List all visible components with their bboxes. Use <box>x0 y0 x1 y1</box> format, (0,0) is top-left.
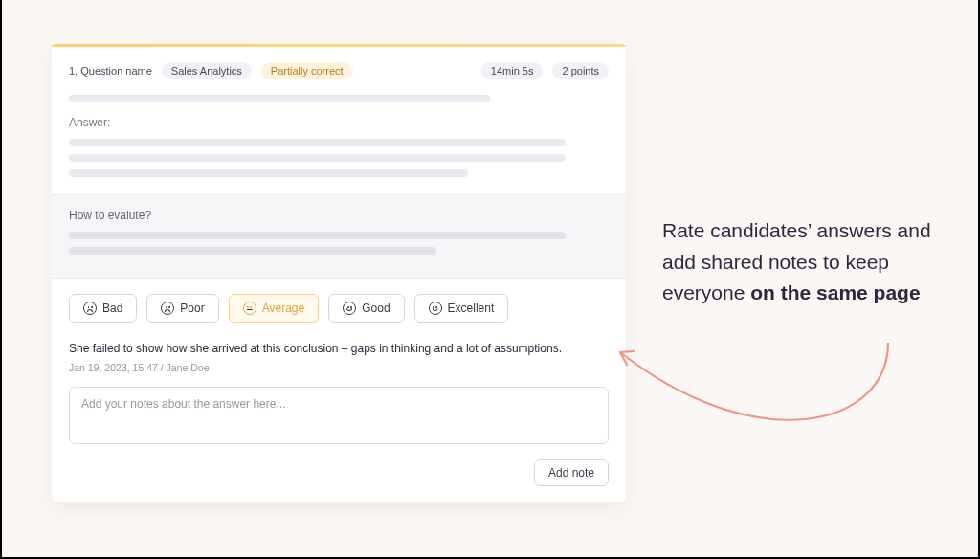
callout-arrow-icon <box>601 333 907 467</box>
face-neutral-icon <box>243 302 256 315</box>
rating-label: Bad <box>102 302 122 315</box>
note-meta: Jan 19, 2023, 15:47 / Jane Doe <box>69 362 609 373</box>
face-grin-icon <box>429 302 442 315</box>
evaluate-panel: How to evalute? <box>52 194 626 279</box>
duration-tag: 14min 5s <box>481 62 544 79</box>
status-tag: Partially correct <box>261 62 353 79</box>
evaluation-card: 1. Question name Sales Analytics Partial… <box>52 44 626 502</box>
question-number: 1. Question name <box>69 65 152 77</box>
rating-label: Excellent <box>448 302 495 315</box>
face-slight-sad-icon <box>161 302 174 315</box>
note-input[interactable] <box>69 387 609 444</box>
evaluate-help-placeholder <box>69 232 609 255</box>
rating-label: Average <box>262 302 304 315</box>
evaluate-label: How to evalute? <box>69 209 609 222</box>
points-tag: 2 points <box>552 62 609 79</box>
rating-poor-button[interactable]: Poor <box>146 294 218 323</box>
callout-bold: on the same page <box>750 281 920 303</box>
rating-bad-button[interactable]: Bad <box>69 294 137 323</box>
rating-excellent-button[interactable]: Excellent <box>414 294 509 323</box>
face-sad-icon <box>83 302 97 315</box>
rating-label: Good <box>362 302 390 315</box>
answer-text-placeholder <box>69 139 609 177</box>
existing-note: She failed to show how she arrived at th… <box>69 340 609 373</box>
category-tag: Sales Analytics <box>162 62 252 79</box>
question-header-row: 1. Question name Sales Analytics Partial… <box>69 62 609 79</box>
rating-row: Bad Poor Average Good Excellent <box>69 294 609 323</box>
face-happy-icon <box>343 302 356 315</box>
page-frame: 1. Question name Sales Analytics Partial… <box>0 0 980 559</box>
callout-text: Rate candidates’ answers and add shared … <box>662 215 940 309</box>
rating-good-button[interactable]: Good <box>328 294 404 323</box>
rating-average-button[interactable]: Average <box>229 294 319 323</box>
add-note-button[interactable]: Add note <box>534 459 609 486</box>
rating-label: Poor <box>180 302 204 315</box>
answer-label: Answer: <box>69 116 609 129</box>
note-text: She failed to show how she arrived at th… <box>69 340 609 357</box>
question-text-placeholder <box>69 95 609 102</box>
